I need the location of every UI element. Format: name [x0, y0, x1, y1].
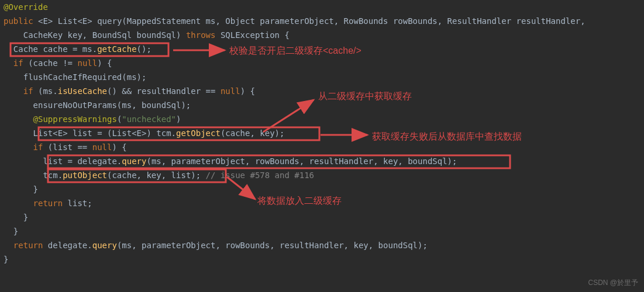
code-line: flushCacheIfRequired(ms);	[4, 70, 644, 84]
code-line: public <E> List<E> query(MappedStatement…	[4, 14, 644, 28]
annotation-text-4: 将数据放入二级缓存	[257, 194, 342, 208]
annotation-text-1: 校验是否开启二级缓存<cache/>	[229, 44, 361, 58]
fn-getcache: getCache	[97, 44, 136, 54]
annotation-text-3: 获取缓存失败后从数据库中查找数据	[372, 130, 522, 144]
fn-query: query	[122, 157, 146, 166]
fn-getobject: getObject	[176, 128, 221, 138]
code-line-getobject: List<E> list = (List<E>) tcm.getObject(c…	[4, 126, 644, 140]
code-line: @SuppressWarnings("unchecked")	[4, 112, 644, 126]
code-line: CacheKey key, BoundSql boundSql) throws …	[4, 28, 644, 42]
keyword-null: null	[77, 58, 97, 68]
annotation-override: @Override	[4, 2, 48, 12]
watermark: CSDN @於里予	[588, 276, 638, 290]
fn-putobject: putObject	[63, 171, 107, 180]
code-line: if (cache != null) {	[4, 56, 644, 70]
code-line: }	[4, 224, 644, 238]
code-line: return delegate.query(ms, parameterObjec…	[4, 238, 644, 252]
annotation-text-2: 从二级缓存中获取缓存	[318, 89, 412, 103]
string-unchecked: "unchecked"	[122, 114, 176, 124]
code-line: }	[4, 210, 644, 224]
comment-issue: // issue #578 and #116	[201, 171, 314, 180]
code-line-putobject: tcm.putObject(cache, key, list); // issu…	[4, 168, 644, 182]
code-line: }	[4, 252, 644, 266]
code-block: @Override public <E> List<E> query(Mappe…	[4, 0, 644, 266]
annotation-suppresswarnings: @SuppressWarnings	[4, 114, 117, 124]
keyword-throws: throws	[186, 30, 221, 40]
fn-isusecache: isUseCache	[58, 86, 107, 96]
code-line-delegatequery: list = delegate.query(ms, parameterObjec…	[4, 154, 644, 168]
code-line: if (list == null) {	[4, 140, 644, 154]
code-line: @Override	[4, 0, 644, 14]
keyword-public: public	[4, 16, 38, 26]
keyword-return: return	[4, 199, 68, 208]
